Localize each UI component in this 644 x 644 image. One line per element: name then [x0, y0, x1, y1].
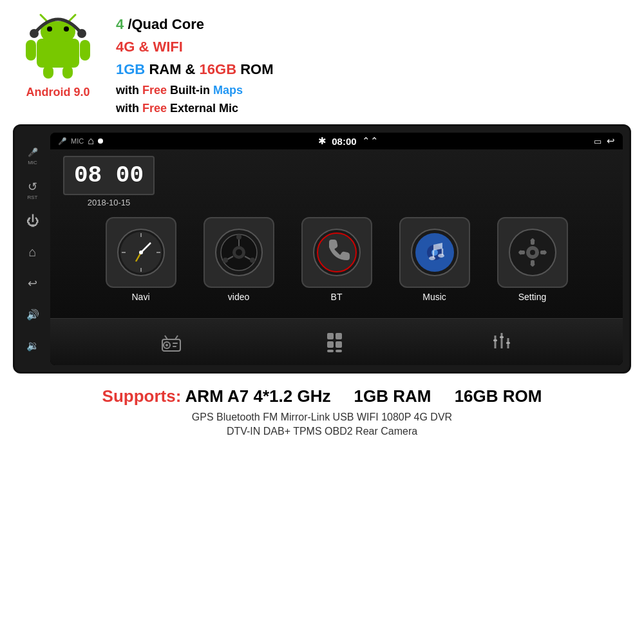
- specs-text: 4 /Quad Core 4G & WIFI 1GB RAM & 16GB RO…: [116, 10, 631, 118]
- mic-status-icon: 🎤: [58, 137, 67, 146]
- radio-button[interactable]: [160, 330, 183, 354]
- status-center: ✱ 08:00 ⌃⌃: [318, 135, 378, 147]
- svg-point-2: [47, 26, 52, 32]
- bottom-bar: [50, 318, 623, 365]
- svg-rect-6: [26, 40, 36, 61]
- setting-label: Setting: [488, 292, 578, 302]
- features-line-1: GPS Bluetooth FM Mirror-Link USB WIFI 10…: [19, 412, 625, 423]
- music-icon: [399, 217, 470, 288]
- top-section: Android 9.0 4 /Quad Core 4G & WIFI 1GB R…: [0, 0, 644, 124]
- svg-point-40: [438, 254, 444, 258]
- back-button[interactable]: ↩: [23, 273, 43, 294]
- spec-free2: Free: [142, 102, 167, 115]
- video-label: video: [194, 292, 284, 302]
- spec-extmic: External Mic: [170, 102, 238, 115]
- svg-rect-7: [80, 40, 90, 61]
- svg-point-30: [223, 258, 228, 263]
- spec-maps: Maps: [213, 84, 243, 97]
- home-button[interactable]: ⌂: [23, 242, 43, 263]
- vol-down-button[interactable]: 🔉: [23, 336, 43, 356]
- features-line-2: DTV-IN DAB+ TPMS OBD2 Rear Camera: [19, 426, 625, 437]
- spec-builtin: Built-in: [170, 84, 213, 97]
- android-logo: Android 9.0: [13, 10, 103, 99]
- app-bt[interactable]: BT: [292, 217, 382, 302]
- spec-ram-num: 1GB: [116, 61, 145, 77]
- ram-spec: 1GB RAM: [354, 386, 431, 406]
- spec-line-2: 4G & WIFI: [116, 35, 631, 58]
- spec-line-3: 1GB RAM & 16GB ROM: [116, 58, 631, 80]
- mic-status-label: MIC: [71, 137, 84, 145]
- svg-rect-60: [336, 333, 342, 339]
- android-version-label: Android 9.0: [13, 86, 103, 99]
- bt-icon: [301, 217, 372, 288]
- app-video[interactable]: video: [194, 217, 284, 302]
- svg-rect-8: [43, 66, 53, 79]
- spec-with2: with: [116, 102, 142, 115]
- svg-point-10: [30, 29, 39, 38]
- screen: 🎤 MIC ⌂ ✱ 08:00 ⌃⌃ ▭ ↩ 08 00 2018-10-15: [50, 133, 623, 365]
- vol-up-button[interactable]: 🔊: [23, 304, 43, 325]
- rom-spec: 16GB ROM: [455, 386, 542, 406]
- svg-rect-68: [493, 339, 497, 341]
- home-status-icon: ⌂: [88, 135, 94, 147]
- spec-ram-text: RAM &: [149, 61, 199, 77]
- digital-clock: 08 00: [63, 156, 155, 195]
- clock-area: 08 00 2018-10-15: [63, 156, 610, 207]
- headunit: 🎤 MIC ↺ RST ⏻ ⌂ ↩ 🔊 🔉 🎤 MIC ⌂ ✱ 08:00 ⌃⌃: [13, 124, 631, 374]
- status-right: ▭ ↩: [594, 135, 615, 147]
- svg-point-20: [139, 251, 143, 254]
- svg-point-43: [530, 250, 535, 255]
- svg-point-38: [429, 256, 435, 260]
- bt-label: BT: [292, 292, 382, 302]
- svg-point-3: [64, 26, 69, 32]
- spec-quad: /Quad Core: [128, 16, 204, 32]
- svg-rect-59: [327, 333, 334, 339]
- clock-date: 2018-10-15: [63, 198, 155, 207]
- svg-rect-55: [173, 343, 178, 344]
- bluetooth-icon: ✱: [318, 135, 327, 147]
- svg-rect-52: [162, 339, 180, 351]
- app-setting[interactable]: Setting: [488, 217, 578, 302]
- spec-rom-text: ROM: [240, 61, 273, 77]
- cpu-spec: ARM A7 4*1.2 GHz: [185, 386, 331, 406]
- svg-rect-62: [336, 341, 342, 348]
- video-icon: [204, 217, 274, 288]
- svg-rect-56: [173, 346, 176, 347]
- svg-rect-63: [327, 350, 334, 352]
- spec-4g-wifi: 4G & WIFI: [116, 39, 183, 55]
- nav-icon: ⌃⌃: [362, 135, 379, 147]
- spec-line-4: with Free Built-in Maps: [116, 81, 631, 100]
- navi-icon: [106, 217, 176, 288]
- app-grid: Navi: [63, 217, 610, 302]
- svg-rect-69: [500, 336, 504, 338]
- music-label: Music: [390, 292, 480, 302]
- svg-point-24: [236, 249, 242, 256]
- app-navi[interactable]: Navi: [96, 217, 186, 302]
- svg-point-29: [250, 258, 255, 263]
- power-button[interactable]: ⏻: [23, 211, 43, 231]
- svg-rect-61: [327, 341, 334, 348]
- setting-icon: [497, 217, 568, 288]
- spec-free1: Free: [142, 84, 167, 97]
- status-left: 🎤 MIC ⌂: [58, 135, 103, 147]
- spec-rom-num: 16GB: [200, 61, 236, 77]
- bottom-info: Supports: ARM A7 4*1.2 GHz 1GB RAM 16GB …: [0, 374, 644, 446]
- apps-grid-button[interactable]: [325, 330, 348, 354]
- mic-label: MIC: [23, 160, 43, 166]
- rst-label: RST: [23, 194, 43, 200]
- supports-line: Supports: ARM A7 4*1.2 GHz 1GB RAM 16GB …: [19, 386, 625, 406]
- time-display: 08:00: [332, 136, 356, 147]
- svg-rect-64: [336, 350, 342, 352]
- svg-rect-9: [62, 66, 73, 79]
- back-nav-icon: ↩: [607, 135, 615, 147]
- svg-line-5: [69, 15, 75, 21]
- equalizer-button[interactable]: [490, 330, 513, 354]
- svg-point-28: [236, 234, 242, 240]
- svg-line-4: [41, 15, 47, 21]
- svg-point-54: [166, 344, 168, 346]
- svg-rect-0: [37, 39, 79, 68]
- svg-point-11: [77, 29, 86, 38]
- spec-line-5: with Free External Mic: [116, 99, 631, 118]
- supports-label: Supports:: [102, 386, 182, 406]
- app-music[interactable]: Music: [390, 217, 480, 302]
